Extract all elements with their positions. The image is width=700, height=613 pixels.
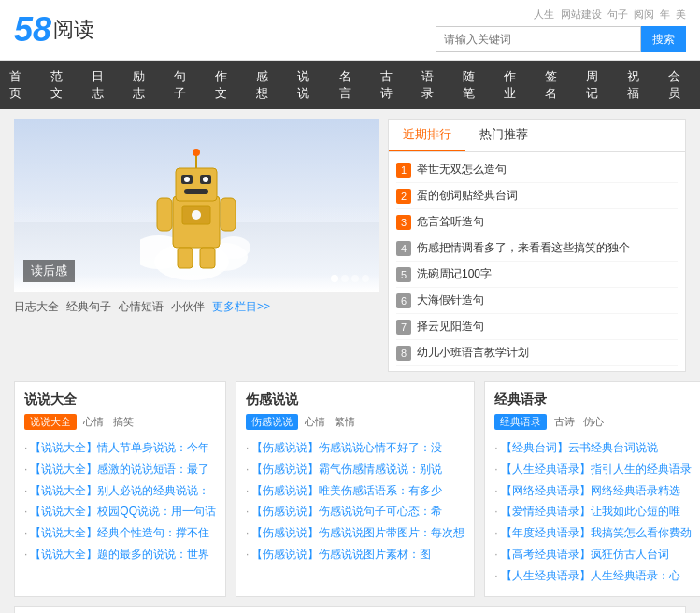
search-button[interactable]: 搜索 <box>641 26 686 52</box>
item-link[interactable]: 【伤感说说】伤感说说句子可心态：希 <box>251 505 442 518</box>
category-subtags: 伤感说说 心情 繁情 <box>246 414 464 430</box>
category-item-list: 【说说大全】情人节单身说说：今年 【说说大全】感激的说说短语：最了 【说说大全】… <box>24 437 216 565</box>
list-item: 【说说大全】别人必说的经典说说： <box>24 480 216 502</box>
svg-rect-15 <box>157 198 172 231</box>
subtag-gushi[interactable]: 古诗 <box>554 415 575 429</box>
logo: 58 阅读 <box>14 10 94 50</box>
list-item: 3 危言耸听造句 <box>396 209 678 235</box>
rank-number: 4 <box>396 241 411 256</box>
carousel-dot-3[interactable] <box>351 275 359 282</box>
list-item: 2 蛋的创词贴经典台词 <box>396 183 678 209</box>
ranking-item-link[interactable]: 洗碗周记100字 <box>417 266 492 282</box>
ranking-item-link[interactable]: 举世无双怎么造句 <box>417 162 507 178</box>
list-item: 1 举世无双怎么造句 <box>396 157 678 183</box>
item-link[interactable]: 【说说大全】经典个性造句：撑不住 <box>30 526 209 539</box>
list-item: 【说说大全】感激的说说短语：最了 <box>24 459 216 480</box>
nav-item-lizhi[interactable]: 励志 <box>123 61 164 109</box>
category-tag-main[interactable]: 经典语录 <box>494 414 547 430</box>
subtag-gaoxiao[interactable]: 搞笑 <box>113 415 134 429</box>
carousel-more-link[interactable]: 更多栏目>> <box>212 299 270 315</box>
nav-item-fanwen[interactable]: 范文 <box>41 61 82 109</box>
item-link[interactable]: 【经典台词】云书经典台词说说 <box>501 441 658 454</box>
item-link[interactable]: 【人生经典语录】人生经典语录：心 <box>501 569 680 582</box>
ranking-item-link[interactable]: 危言耸听造句 <box>417 214 484 230</box>
nav-item-rizhi[interactable]: 日志 <box>82 61 123 109</box>
item-link[interactable]: 【说说大全】校园QQ说说：用一句话 <box>30 505 216 518</box>
item-link[interactable]: 【伤感说说】伤感说说图片素材：图 <box>251 548 431 561</box>
carousel-dot-1[interactable] <box>331 275 338 282</box>
carousel-dots[interactable] <box>331 275 369 282</box>
subtag-fanqing[interactable]: 繁情 <box>335 415 355 429</box>
rank-number: 3 <box>396 215 411 230</box>
robot-illustration <box>140 131 252 280</box>
nav-item-mingyan[interactable]: 名言 <box>330 61 371 109</box>
nav-item-zuowen[interactable]: 作文 <box>206 61 247 109</box>
carousel-link-rizhi[interactable]: 日志大全 <box>14 299 59 315</box>
subtag-xinqing[interactable]: 心情 <box>305 415 325 429</box>
item-link[interactable]: 【伤感说说】伤感说说图片带图片：每次想 <box>251 526 464 539</box>
ranking-item-link[interactable]: 大海假针造句 <box>417 292 484 308</box>
carousel-dot-2[interactable] <box>341 275 349 282</box>
category-shanggan: 伤感说说 伤感说说 心情 繁情 【伤感说说】伤感说说心情不好了：没 【伤感说说】… <box>236 381 475 597</box>
carousel-quick-links: 日志大全 经典句子 心情短语 小伙伴 更多栏目>> <box>14 299 379 315</box>
search-bar: 搜索 <box>436 26 686 52</box>
ranking-item-link[interactable]: 伤感把情调看多了，来看看这些搞笑的独个 <box>417 240 630 256</box>
list-item: 【经典台词】云书经典台词说说 <box>494 437 691 459</box>
ranking-item-link[interactable]: 幼儿小班语言教学计划 <box>417 345 529 361</box>
category-title: 伤感说说 <box>246 392 464 408</box>
item-link[interactable]: 【高考经典语录】疯狂仿古人台词 <box>501 548 669 561</box>
carousel-link-xinqing[interactable]: 心情短语 <box>119 299 164 315</box>
nav-item-gushi[interactable]: 古诗 <box>371 61 412 109</box>
list-item: 【网络经典语录】网络经典语录精选 <box>494 480 691 502</box>
carousel-link-xiaohuo[interactable]: 小伙伴 <box>171 299 205 315</box>
item-link[interactable]: 【说说大全】情人节单身说说：今年 <box>30 441 209 454</box>
item-link[interactable]: 【伤感说说】霸气伤感情感说说：别说 <box>251 463 442 476</box>
ranking-tab-recent[interactable]: 近期排行 <box>389 120 465 151</box>
item-link[interactable]: 【人生经典语录】指引人生的经典语录 <box>501 463 692 476</box>
top-section: 读后感 日志大全 经典句子 心情短语 小伙伴 更多栏目>> 近期排行 热门推 <box>14 119 686 372</box>
nav-item-huiyuan[interactable]: 会员 <box>659 61 700 109</box>
item-link[interactable]: 【网络经典语录】网络经典语录精选 <box>501 484 680 497</box>
carousel-dot-4[interactable] <box>362 275 369 282</box>
item-link[interactable]: 【年度经典语录】我搞笑怎么看你费劲 <box>501 526 692 539</box>
list-item: 【说说大全】校园QQ说说：用一句话 <box>24 501 216 522</box>
rank-number: 5 <box>396 267 411 282</box>
ranking-item-link[interactable]: 择云见阳造句 <box>417 319 484 335</box>
svg-point-8 <box>184 177 190 182</box>
item-link[interactable]: 【伤感说说】伤感说说心情不好了：没 <box>251 441 442 454</box>
header-right: 人生 网站建设 句子 阅阅 年 美 搜索 <box>436 7 686 52</box>
item-link[interactable]: 【说说大全】别人必说的经典说说： <box>30 484 209 497</box>
svg-rect-10 <box>184 189 208 194</box>
item-link[interactable]: 【伤感说说】唯美伤感话语系：有多少 <box>251 484 442 497</box>
item-link[interactable]: 【说说大全】题的最多的说说：世界 <box>30 548 209 561</box>
nav-item-qianming[interactable]: 签名 <box>536 61 577 109</box>
nav-item-juzi[interactable]: 句子 <box>164 61 206 109</box>
nav-item-shuoshuo[interactable]: 说说 <box>288 61 329 109</box>
category-tag-main[interactable]: 说说大全 <box>24 414 77 430</box>
nav-item-zhufu[interactable]: 祝福 <box>618 61 659 109</box>
rank-number: 8 <box>396 346 411 361</box>
category-tag-main[interactable]: 伤感说说 <box>246 414 298 430</box>
carousel-link-juzi[interactable]: 经典句子 <box>66 299 111 315</box>
nav-item-home[interactable]: 首页 <box>0 61 41 109</box>
carousel-label: 读后感 <box>23 260 75 282</box>
subtag-xinqing[interactable]: 心情 <box>83 415 104 429</box>
ranking-list: 1 举世无双怎么造句 2 蛋的创词贴经典台词 3 危言耸听造句 4 伤感把情调看… <box>389 152 685 371</box>
rank-number: 6 <box>396 293 411 308</box>
nav-item-suibi[interactable]: 随笔 <box>453 61 494 109</box>
list-item: 【伤感说说】霸气伤感情感说说：别说 <box>246 459 464 480</box>
nav-item-ganxiang[interactable]: 感想 <box>247 61 288 109</box>
category-shuoshuo: 说说大全 说说大全 心情 搞笑 【说说大全】情人节单身说说：今年 【说说大全】感… <box>14 381 226 597</box>
nav-item-zhouji[interactable]: 周记 <box>577 61 618 109</box>
subtag-fangxin[interactable]: 仿心 <box>583 415 604 429</box>
item-link[interactable]: 【爱情经典语录】让我如此心短的唯 <box>501 505 680 518</box>
nav-item-yulu[interactable]: 语录 <box>412 61 453 109</box>
ranking-item-link[interactable]: 蛋的创词贴经典台词 <box>417 188 518 204</box>
list-item: 【年度经典语录】我搞笑怎么看你费劲 <box>494 522 691 544</box>
nav-item-zuoye[interactable]: 作业 <box>494 61 536 109</box>
carousel-image[interactable]: 读后感 <box>14 119 379 292</box>
ranking-tab-hot[interactable]: 热门推荐 <box>465 120 542 151</box>
item-link[interactable]: 【说说大全】感激的说说短语：最了 <box>30 463 209 476</box>
search-input[interactable] <box>436 26 641 52</box>
list-item: 8 幼儿小班语言教学计划 <box>396 340 678 366</box>
